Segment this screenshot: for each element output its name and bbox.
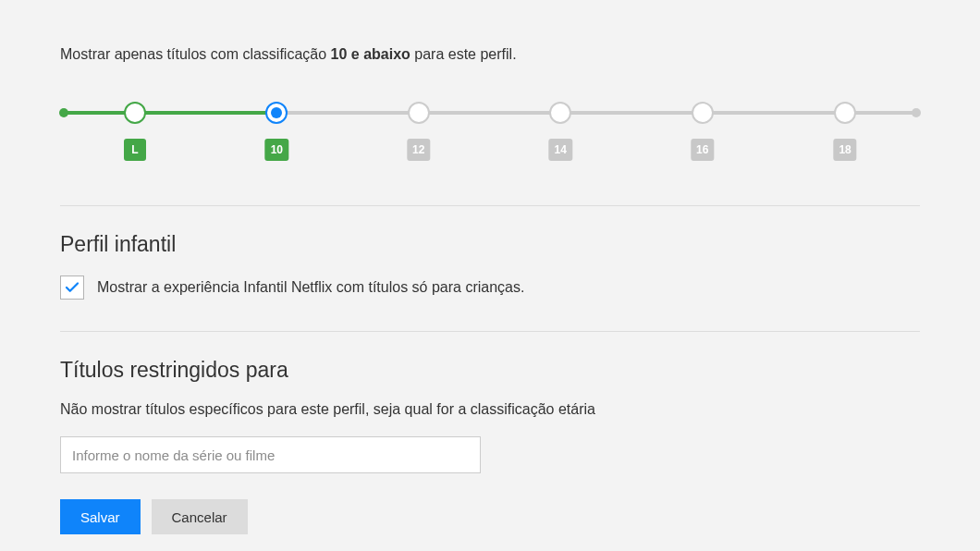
maturity-slider[interactable]: L1012141618 (60, 102, 920, 168)
divider (60, 205, 920, 206)
slider-end-dot (912, 108, 921, 117)
desc-suffix: para este perfil. (410, 46, 517, 62)
slider-start-dot (59, 108, 68, 117)
slider-node-12[interactable] (408, 102, 430, 124)
restricted-title-input[interactable] (60, 436, 481, 473)
kids-profile-title: Perfil infantil (60, 232, 920, 257)
slider-node-10[interactable] (265, 102, 288, 124)
desc-prefix: Mostrar apenas títulos com classificação (60, 46, 331, 62)
slider-node-16[interactable] (692, 102, 714, 124)
slider-badge-18: 18 (833, 139, 856, 161)
kids-profile-checkbox[interactable] (60, 276, 84, 300)
kids-profile-label: Mostrar a experiência Infantil Netflix c… (97, 279, 524, 296)
slider-node-L[interactable] (124, 102, 146, 124)
restricted-title: Títulos restringidos para (60, 358, 920, 383)
divider (60, 331, 920, 332)
slider-node-14[interactable] (549, 102, 571, 124)
save-button[interactable]: Salvar (60, 499, 141, 534)
slider-node-18[interactable] (834, 102, 856, 124)
slider-badge-L: L (124, 139, 146, 161)
check-icon (64, 279, 80, 296)
slider-badge-16: 16 (691, 139, 714, 161)
cancel-button[interactable]: Cancelar (152, 499, 248, 534)
maturity-description: Mostrar apenas títulos com classificação… (60, 46, 920, 63)
slider-track-filled (60, 111, 276, 115)
restricted-subtitle: Não mostrar títulos específicos para est… (60, 401, 920, 418)
desc-bold: 10 e abaixo (331, 46, 410, 62)
slider-badge-14: 14 (549, 139, 572, 161)
slider-badge-12: 12 (407, 139, 430, 161)
slider-badge-10: 10 (265, 139, 288, 161)
